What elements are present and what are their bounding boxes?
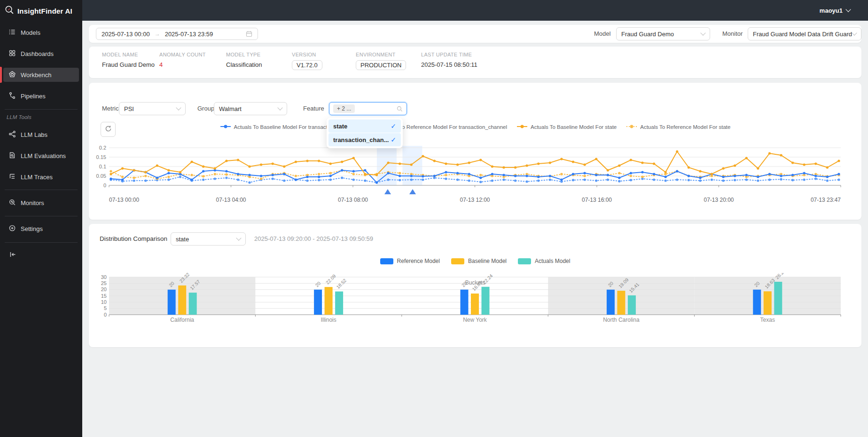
filter-card: 2025-07-13 00:00 → 2025-07-13 23:59 Mode…: [89, 25, 861, 43]
feature-count-tag: + 2 ...: [333, 104, 355, 113]
dashboards-icon: [8, 49, 16, 58]
feature-multiselect[interactable]: + 2 ...: [329, 102, 407, 115]
svg-text:California: California: [170, 317, 194, 323]
group-select[interactable]: Walmart: [214, 102, 287, 115]
metric-select-label: Metric: [102, 102, 118, 115]
monitor-select[interactable]: Fraud Guard Model Data Drift Guard: [748, 27, 861, 40]
sidebar-item-llm-evaluations[interactable]: LLM Evaluations: [3, 149, 79, 163]
monitor-select-label: Monitor: [722, 25, 743, 43]
sidebar-divider: [5, 242, 78, 243]
version-field: VERSION V1.72.0: [292, 47, 322, 70]
search-icon: [397, 106, 403, 112]
line-chart-svg: 00.050.10.150.2: [95, 144, 843, 188]
brand-logo[interactable]: InsightFinder AI: [0, 0, 82, 16]
option-label: state: [333, 123, 347, 130]
distribution-title: Distribution Comparison: [100, 235, 167, 242]
sidebar-item-label: LLM Labs: [21, 131, 47, 138]
svg-text:North Carolina: North Carolina: [603, 317, 640, 323]
psi-line-chart[interactable]: 00.050.10.150.2 07-13 00:0007-13 04:0007…: [95, 144, 843, 215]
anomaly-marker-icon[interactable]: [384, 189, 391, 194]
calendar-icon: [246, 31, 252, 37]
sidebar-divider: [5, 190, 78, 190]
check-icon: ✓: [391, 122, 396, 130]
x-axis-tick-label: 07-13 23:47: [811, 197, 841, 203]
version-badge: V1.72.0: [292, 60, 322, 70]
sidebar-item-workbench[interactable]: Workbench: [3, 68, 79, 82]
date-start: 2025-07-13 00:00: [102, 31, 150, 38]
field-value: PRODUCTION: [356, 60, 406, 70]
legend-swatch: [518, 258, 531, 264]
monitors-icon: [8, 199, 16, 207]
user-menu[interactable]: maoyu1: [820, 0, 850, 21]
sidebar-item-label: Pipelines: [21, 93, 46, 100]
sidebar-item-models[interactable]: Models: [3, 25, 79, 40]
x-axis-tick-label: 07-13 20:00: [704, 197, 734, 203]
distribution-card: Distribution Comparison state 2025-07-13…: [89, 224, 861, 347]
chevron-down-icon: [700, 30, 705, 35]
svg-text:20: 20: [101, 286, 107, 292]
anomaly-marker-icon[interactable]: [409, 189, 416, 194]
distribution-feature-select[interactable]: state: [171, 232, 246, 246]
settings-icon: [8, 224, 16, 233]
legend-swatch: [451, 258, 464, 264]
line-legend-item[interactable]: Actuals To Reference Model For state: [626, 124, 730, 130]
drift-chart-card: Metric PSI Group Walmart Feature + 2 ...…: [89, 83, 861, 220]
last-update-field: LAST UPDATE TIME 2025-07-15 08:50:11: [421, 47, 477, 68]
sidebar-item-settings[interactable]: Settings: [3, 222, 79, 236]
legend-label: Baseline Model: [468, 258, 507, 264]
chevron-down-icon: [277, 105, 282, 110]
chevron-down-icon: [176, 105, 181, 110]
x-axis-tick-label: 07-13 12:00: [460, 197, 490, 203]
sidebar-item-label: Settings: [21, 225, 43, 232]
metric-select-value: PSI: [124, 105, 134, 112]
x-axis-tick-label: 07-13 00:00: [109, 197, 139, 203]
svg-text:Texas: Texas: [760, 317, 775, 323]
feature-select-label: Feature: [303, 102, 324, 115]
svg-text:0: 0: [104, 312, 107, 318]
sidebar-collapse-button[interactable]: [3, 248, 22, 262]
username: maoyu1: [820, 7, 843, 14]
sidebar-divider: [5, 216, 78, 216]
option-label: transaction_chan...: [333, 136, 389, 143]
group-select-value: Walmart: [219, 105, 242, 112]
legend-marker: [626, 124, 637, 130]
chevron-down-icon: [845, 7, 851, 12]
sidebar-item-monitors[interactable]: Monitors: [3, 196, 79, 210]
sidebar-item-llm-traces[interactable]: LLM Traces: [3, 170, 79, 184]
field-value: Classification: [226, 61, 262, 68]
svg-text:0.05: 0.05: [96, 173, 106, 179]
sidebar-section-llm-tools: LLM Tools: [7, 114, 31, 120]
bar-legend-item[interactable]: Baseline Model: [451, 258, 507, 264]
collapse-icon: [8, 251, 17, 260]
range-arrow-icon: →: [155, 31, 160, 37]
llm-evaluations-icon: [8, 151, 16, 160]
sidebar-item-dashboards[interactable]: Dashboards: [3, 47, 79, 61]
bar-chart-x-axis-title: Buckets: [89, 279, 861, 286]
sidebar-item-llm-labs[interactable]: LLM Labs: [3, 127, 79, 142]
model-select[interactable]: Fraud Guard Demo: [616, 27, 710, 40]
line-legend-item[interactable]: Actuals To Baseline Model For state: [516, 124, 617, 130]
dropdown-option-transaction-channel[interactable]: transaction_chan... ✓: [328, 133, 401, 146]
dropdown-option-state[interactable]: state ✓: [328, 119, 401, 133]
sidebar-item-pipelines[interactable]: Pipelines: [3, 89, 79, 103]
check-icon: ✓: [391, 136, 396, 143]
metric-select[interactable]: PSI: [119, 102, 186, 115]
sidebar-item-label: Monitors: [21, 199, 44, 207]
bar-chart-legend: Reference Model Baseline Model Actuals M…: [89, 258, 861, 264]
x-axis-tick-label: 07-13 04:00: [216, 197, 246, 203]
legend-swatch: [380, 258, 393, 264]
chevron-down-icon: [852, 30, 857, 35]
bar-legend-item[interactable]: Actuals Model: [518, 258, 570, 264]
environment-badge: PRODUCTION: [356, 60, 406, 70]
sidebar-item-label: Models: [21, 29, 40, 36]
svg-text:New York: New York: [463, 317, 487, 323]
environment-field: ENVIRONMENT PRODUCTION: [356, 47, 406, 70]
bar-legend-item[interactable]: Reference Model: [380, 258, 440, 264]
sidebar: InsightFinder AI Models Dashboards Workb…: [0, 0, 82, 437]
date-range-picker[interactable]: 2025-07-13 00:00 → 2025-07-13 23:59: [96, 28, 258, 40]
sidebar-item-label: LLM Evaluations: [21, 152, 66, 159]
llm-traces-icon: [8, 173, 16, 182]
sidebar-item-label: LLM Traces: [21, 174, 53, 181]
field-label: ANOMALY COUNT: [159, 52, 206, 57]
svg-text:Illinois: Illinois: [321, 317, 336, 323]
